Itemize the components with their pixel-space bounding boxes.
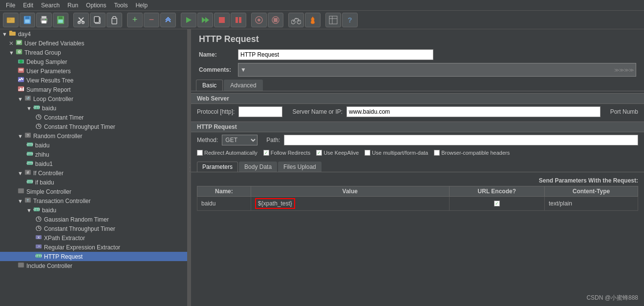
toolbar-save[interactable] <box>53 13 68 27</box>
svg-rect-29 <box>274 18 278 22</box>
toolbar-open[interactable] <box>3 13 19 27</box>
tab-basic[interactable]: Basic <box>196 80 223 91</box>
tree-item-constant-timer[interactable]: Constant Timer <box>0 113 187 122</box>
follow-redirects-checkbox-item: ✓ Follow Redirects <box>263 150 310 156</box>
tab-advanced[interactable]: Advanced <box>224 80 262 91</box>
menu-edit[interactable]: Edit <box>19 1 37 10</box>
tree-label-xpath-extractor: XPath Extractor <box>44 235 85 242</box>
multipart-label: Use multipart/form-data <box>372 150 428 156</box>
tree-item-random-controller[interactable]: ▼ ? Random Controller <box>0 131 187 141</box>
sub-tab-parameters[interactable]: Parameters <box>197 162 238 172</box>
menu-help[interactable]: Help <box>131 1 151 10</box>
tree-label-if-controller: If Controller <box>33 170 64 177</box>
toolbar-stop[interactable] <box>214 13 230 27</box>
svg-rect-4 <box>25 17 29 19</box>
tree-label-http-request: HTTP Request <box>44 253 83 260</box>
toolbar-flame[interactable] <box>305 13 321 27</box>
svg-rect-24 <box>236 17 238 23</box>
web-server-row: Protocol [http]: Server Name or IP: Port… <box>191 104 644 120</box>
svg-rect-18 <box>112 18 117 24</box>
tree-label-simple-controller: Simple Controller <box>26 188 71 195</box>
toolbar-save-template[interactable] <box>20 13 35 27</box>
menu-options[interactable]: Options <box>82 1 110 10</box>
svg-rect-94 <box>18 263 24 267</box>
tree-item-baidu-transaction[interactable]: ▼ HTTP baidu <box>0 205 187 215</box>
browser-headers-checkbox[interactable] <box>434 150 440 156</box>
tree-item-if-baidu[interactable]: HTTP if baidu <box>0 178 187 187</box>
toolbar-remote-start[interactable] <box>251 13 267 27</box>
tree-item-gaussian-timer[interactable]: Gaussian Random Timer <box>0 215 187 224</box>
tree-label-const-throughput: Constant Throughput Timer <box>44 123 115 130</box>
toolbar-print[interactable] <box>36 13 52 27</box>
tree-label-const-throughput2: Constant Throughput Timer <box>44 225 115 232</box>
toolbar-paste[interactable] <box>107 13 122 27</box>
menubar: File Edit Search Run Options Tools Help <box>0 0 644 11</box>
svg-rect-54 <box>23 87 24 91</box>
tree-item-loop-controller[interactable]: ▼ ↺ Loop Controller <box>0 94 187 103</box>
tree-item-regex-extractor[interactable]: .* Regular Expression Extractor <box>0 243 187 252</box>
tree-label-random-controller: Random Controller <box>33 133 83 140</box>
svg-marker-21 <box>202 17 206 23</box>
tree-item-zhihu[interactable]: HTTP zhihu <box>0 150 187 159</box>
sub-tab-files-upload[interactable]: Files Upload <box>278 162 322 172</box>
toolbar-cut[interactable] <box>73 13 89 27</box>
param-name-cell: baidu <box>197 197 251 211</box>
tree-item-baidu-random[interactable]: HTTP baidu <box>0 141 187 150</box>
tree-item-http-request[interactable]: HTTP HTTP Request <box>0 252 187 261</box>
tree-item-constant-throughput-timer[interactable]: Constant Throughput Timer <box>0 122 187 131</box>
name-input[interactable] <box>238 49 433 60</box>
tree-label-if-baidu: if baidu <box>35 179 54 186</box>
toolbar-run[interactable] <box>181 13 196 27</box>
svg-rect-25 <box>239 17 241 23</box>
expand-baidu-loop: ▼ <box>26 105 32 111</box>
toolbar-remove[interactable]: − <box>144 13 159 27</box>
tree-item-baidu-loop[interactable]: ▼ HTTP baidu <box>0 103 187 113</box>
toolbar-help[interactable]: ? <box>342 13 358 27</box>
follow-redirects-checkbox[interactable]: ✓ <box>263 150 269 156</box>
tree-item-baidu1[interactable]: HTTP baidu1 <box>0 159 187 168</box>
tree-item-include-controller[interactable]: Include Controller <box>0 261 187 270</box>
tree-item-view-results-tree[interactable]: View Results Tree <box>0 76 187 85</box>
protocol-input[interactable] <box>238 106 282 117</box>
menu-file[interactable]: File <box>2 1 19 10</box>
collapse-arrow-icon[interactable]: ▼ <box>240 66 246 73</box>
col-content-type: Content-Type <box>544 186 638 197</box>
redirect-checkbox[interactable] <box>197 150 203 156</box>
svg-text:HTTP: HTTP <box>26 152 33 156</box>
tree-item-debug-sampler[interactable]: Debug Sampler <box>0 57 187 66</box>
method-select[interactable]: GET POST PUT DELETE <box>222 135 258 145</box>
tree-item-day4[interactable]: ▼ day4 <box>0 29 187 39</box>
menu-run[interactable]: Run <box>64 1 82 10</box>
toolbar-shutdown[interactable] <box>231 13 246 27</box>
tree-item-thread-group[interactable]: ▼ ⚙ Thread Group <box>0 48 187 57</box>
menu-search[interactable]: Search <box>37 1 64 10</box>
sub-tab-body-data[interactable]: Body Data <box>239 162 277 172</box>
param-url-encode-cell: ✓ <box>449 197 544 211</box>
toolbar-bike[interactable] <box>288 13 304 27</box>
tree-item-simple-controller[interactable]: Simple Controller <box>0 187 187 196</box>
toolbar-remote-stop[interactable] <box>268 13 283 27</box>
url-encode-checkbox[interactable]: ✓ <box>494 201 500 206</box>
svg-rect-7 <box>42 20 46 23</box>
multipart-checkbox[interactable] <box>365 150 370 156</box>
tree-item-transaction-controller[interactable]: ▼ T Transaction Controller <box>0 196 187 205</box>
tree-item-const-throughput2[interactable]: Constant Throughput Timer <box>0 224 187 233</box>
toolbar-toggle[interactable] <box>160 13 176 27</box>
tree-item-user-defined-vars[interactable]: ✕ User Defined Variables <box>0 39 187 48</box>
toolbar-table[interactable] <box>325 13 341 27</box>
server-input[interactable] <box>346 106 601 117</box>
toolbar-copy[interactable] <box>90 13 106 27</box>
method-label: Method: <box>197 137 218 143</box>
toolbar-run-no-pause[interactable] <box>197 13 213 27</box>
keepalive-checkbox[interactable]: ✓ <box>316 150 322 156</box>
path-input[interactable] <box>284 135 638 145</box>
tree-item-xpath-extractor[interactable]: X XPath Extractor <box>0 233 187 243</box>
svg-rect-10 <box>58 20 63 23</box>
tree-item-user-params[interactable]: User Parameters <box>0 66 187 76</box>
tree-item-summary-report[interactable]: Summary Report <box>0 85 187 94</box>
toolbar-add[interactable]: + <box>127 13 143 27</box>
menu-tools[interactable]: Tools <box>110 1 131 10</box>
tree-label-day4: day4 <box>18 31 31 38</box>
tree-item-if-controller[interactable]: ▼ if If Controller <box>0 168 187 178</box>
svg-point-32 <box>296 18 297 19</box>
